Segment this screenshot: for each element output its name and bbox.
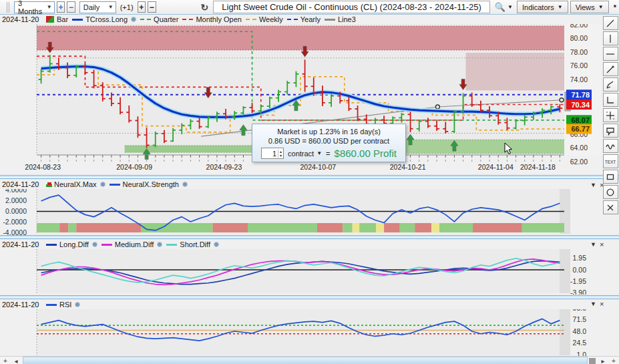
neuralx-panel-legend-neuralx-strength[interactable]: NeuralX.Strength xyxy=(110,180,188,188)
price-panel-legend-monthly-open[interactable]: Monthly Open xyxy=(182,15,241,23)
close-tool[interactable] xyxy=(603,200,618,214)
collapse-panel-icon[interactable]: ▼ xyxy=(590,182,596,188)
legend-label: Bar xyxy=(57,15,68,23)
close-icon xyxy=(605,202,616,213)
legend-label: TCross.Long xyxy=(85,15,128,23)
contract-unit-dropdown[interactable]: contract ▼ xyxy=(288,150,322,158)
scroll-left-button[interactable]: ◂ xyxy=(11,357,21,364)
chevron-down-icon: ▼ xyxy=(598,4,604,10)
info-dot-icon[interactable] xyxy=(75,302,80,307)
price-panel-legend-line3[interactable]: Line3 xyxy=(325,15,356,23)
close-panel-icon[interactable]: × xyxy=(600,240,604,248)
vertical-line-tool[interactable] xyxy=(603,31,618,45)
svg-text:71.5: 71.5 xyxy=(573,315,587,323)
panel-divider[interactable] xyxy=(0,295,619,299)
elbow-line-tool[interactable] xyxy=(603,93,618,107)
pencil-tool[interactable] xyxy=(603,77,618,92)
scroll-right-button[interactable]: ▸ xyxy=(598,357,608,364)
ellipse-icon xyxy=(605,187,616,198)
search-icon[interactable]: 🔍 xyxy=(495,2,505,12)
collapse-panel-icon[interactable]: ▼ xyxy=(590,241,596,248)
wave-tool[interactable] xyxy=(603,139,618,153)
close-panel-icon[interactable]: × xyxy=(600,300,604,308)
info-dot-icon[interactable] xyxy=(92,242,97,247)
price-panel-legend-tcross-long[interactable]: TCross.Long xyxy=(72,15,136,23)
elbow-line-icon xyxy=(605,95,616,106)
stepper-arrows[interactable]: ▴ ▾ xyxy=(278,150,283,158)
panel-divider[interactable] xyxy=(0,175,619,179)
crosshair-tool[interactable] xyxy=(603,108,618,122)
ellipse-tool[interactable] xyxy=(603,185,618,199)
indicators-button[interactable]: Indicators ▼ xyxy=(517,1,568,13)
legend-label: Weekly xyxy=(259,15,283,23)
mouse-cursor xyxy=(504,142,513,155)
neuralx-max-icon xyxy=(46,180,51,188)
bottom-scrollbar: + ◂ ▸ + xyxy=(0,356,619,364)
interval-decrease-button[interactable]: − xyxy=(148,1,156,13)
refresh-icon[interactable]: ↻ xyxy=(201,2,209,13)
price-panel-legend-yearly[interactable]: Yearly xyxy=(287,15,321,23)
contract-unit-label: contract xyxy=(288,150,314,158)
rsi-panel-legend-rsi[interactable]: RSI xyxy=(46,301,80,309)
views-button[interactable]: Views ▼ xyxy=(570,1,609,13)
text-tool[interactable]: TEXT xyxy=(603,154,618,168)
horizontal-line-tool[interactable] xyxy=(603,47,618,61)
range-decrease-button[interactable]: − xyxy=(67,1,75,13)
contracts-stepper[interactable]: 1 ▴ ▾ xyxy=(261,148,284,159)
svg-text:2024-11-04: 2024-11-04 xyxy=(478,163,513,171)
svg-text:2024-08-23: 2024-08-23 xyxy=(25,163,61,171)
diff-panel-legend-medium-diff[interactable]: Medium.Diff xyxy=(101,240,162,248)
neuralx-panel-date: 2024-11-20 xyxy=(2,180,42,188)
scrollbar-track[interactable] xyxy=(23,357,588,364)
interval-increase-button[interactable]: + xyxy=(138,1,146,13)
trendline-tool[interactable] xyxy=(603,16,618,30)
svg-text:0.0000: 0.0000 xyxy=(5,207,27,215)
info-dot-icon[interactable] xyxy=(214,242,219,247)
callout-tool[interactable] xyxy=(603,124,618,138)
price-panel-legend-weekly[interactable]: Weekly xyxy=(246,15,283,23)
rectangle-tool[interactable] xyxy=(603,170,618,184)
svg-text:24.5: 24.5 xyxy=(573,339,587,347)
price-panel-legend-bar[interactable]: Bar xyxy=(46,15,68,23)
diff-panel-legend-long-diff[interactable]: Long.Diff xyxy=(46,240,97,248)
toolbar-grip[interactable] xyxy=(7,2,9,13)
legend-label: Monthly Open xyxy=(196,15,241,23)
range-select-value: 3 Months xyxy=(18,0,43,15)
info-dot-icon[interactable] xyxy=(182,182,188,187)
ray-tool[interactable] xyxy=(603,62,618,76)
pencil-icon xyxy=(605,79,616,90)
interval-select-value: Daily xyxy=(83,3,99,11)
chevron-down-icon: ▼ xyxy=(108,4,114,10)
add-panel-button[interactable]: + xyxy=(0,357,11,364)
interval-select[interactable]: Daily ▼ xyxy=(79,1,116,13)
svg-text:-2.0000: -2.0000 xyxy=(3,218,27,226)
info-dot-icon[interactable] xyxy=(100,182,106,187)
info-dot-icon[interactable] xyxy=(131,17,136,22)
scrollbar-thumb[interactable] xyxy=(589,358,596,364)
svg-text:0.00: 0.00 xyxy=(573,266,587,274)
price-panel-legend-quarter[interactable]: Quarter xyxy=(140,15,178,23)
neuralx-panel-legend-neuralx-max[interactable]: NeuralX.Max xyxy=(46,180,106,188)
stepper-down-icon[interactable]: ▾ xyxy=(280,154,282,158)
range-select[interactable]: 3 Months ▼ xyxy=(14,1,55,13)
rsi-chart[interactable]: 95.071.548.024.51.0 xyxy=(0,309,601,357)
vertical-line-icon xyxy=(605,33,616,44)
range-increase-button[interactable]: + xyxy=(57,1,65,13)
diff-chart[interactable]: 1.950.00-1.95-3.90 xyxy=(0,249,601,295)
svg-text:76.00: 76.00 xyxy=(570,61,588,69)
zoom-in-button[interactable]: + xyxy=(608,357,619,364)
line-icon xyxy=(166,244,177,246)
ray-icon xyxy=(605,64,616,75)
collapse-panel-icon[interactable]: ▼ xyxy=(590,301,596,307)
svg-text:66.77: 66.77 xyxy=(571,125,590,133)
panel-divider[interactable] xyxy=(0,235,619,239)
offset-label: (+1) xyxy=(120,3,134,11)
search-caret-icon[interactable]: ▼ xyxy=(507,4,513,10)
diff-panel-legend-short-diff[interactable]: Short.Diff xyxy=(166,240,219,248)
rectangle-icon xyxy=(605,172,616,182)
legend-label: Short.Diff xyxy=(180,240,210,248)
info-dot-icon[interactable] xyxy=(157,242,162,247)
neuralx-chart[interactable]: 4.00002.00000.0000-2.0000-4.0000 xyxy=(0,189,601,236)
drawing-toolbar: TEXT xyxy=(602,16,619,214)
trading-app-window: 3 Months ▼ + − Daily ▼ (+1) + − ↻ Light … xyxy=(0,0,619,364)
